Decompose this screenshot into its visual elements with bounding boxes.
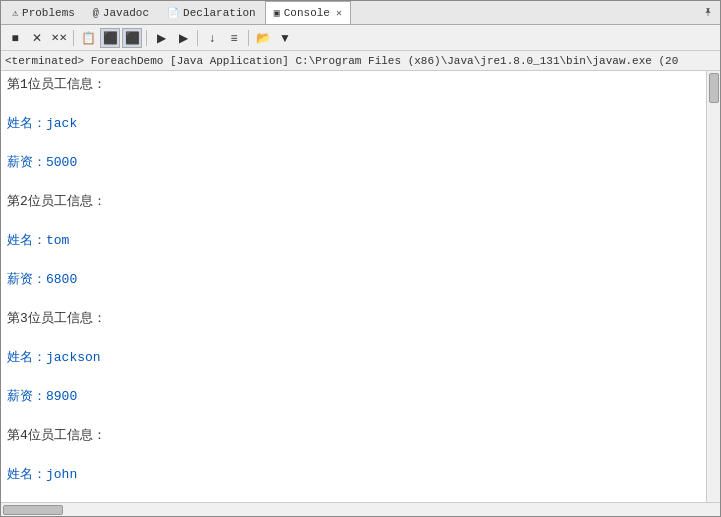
open-console-button[interactable]: 📂 — [253, 28, 273, 48]
console-line: 第1位员工信息： — [7, 75, 700, 95]
close-console-button[interactable]: ✕ — [27, 28, 47, 48]
tab-declaration-label: Declaration — [183, 7, 256, 19]
javadoc-icon: @ — [93, 8, 99, 19]
separator-4 — [248, 30, 249, 46]
tab-problems-label: Problems — [22, 7, 75, 19]
pin-button[interactable]: 🖈 — [697, 1, 720, 24]
console-output[interactable]: 第1位员工信息：姓名：jack薪资：5000第2位员工信息：姓名：tom薪资：6… — [1, 71, 706, 502]
separator-2 — [146, 30, 147, 46]
new-console-button[interactable]: ▼ — [275, 28, 295, 48]
separator-3 — [197, 30, 198, 46]
status-bar: <terminated> ForeachDemo [Java Applicati… — [1, 51, 720, 71]
word-wrap-button[interactable]: ≡ — [224, 28, 244, 48]
scroll-lock-button[interactable]: ↓ — [202, 28, 222, 48]
console-line: 薪资：8900 — [7, 387, 700, 407]
console-line: 姓名：john — [7, 465, 700, 485]
console-line: 薪资：5000 — [7, 153, 700, 173]
console-icon: ▣ — [274, 7, 280, 19]
stop-button[interactable]: ■ — [5, 28, 25, 48]
console-line: 薪资：6800 — [7, 270, 700, 290]
console-area: 第1位员工信息：姓名：jack薪资：5000第2位员工信息：姓名：tom薪资：6… — [1, 71, 720, 502]
h-scrollbar-thumb[interactable] — [3, 505, 63, 515]
tab-console-label: Console — [284, 7, 330, 19]
run2-button[interactable]: ▶ — [173, 28, 193, 48]
console-line: 第2位员工信息： — [7, 192, 700, 212]
remove-all-button[interactable]: ✕✕ — [49, 28, 69, 48]
problems-icon: ⚠ — [12, 7, 18, 19]
display2-button[interactable]: ⬛ — [122, 28, 142, 48]
declaration-icon: 📄 — [167, 7, 179, 19]
tab-javadoc[interactable]: @ Javadoc — [84, 1, 158, 24]
horizontal-scrollbar[interactable] — [1, 503, 720, 516]
console-line: 姓名：tom — [7, 231, 700, 251]
run-button[interactable]: ▶ — [151, 28, 171, 48]
tab-javadoc-label: Javadoc — [103, 7, 149, 19]
copy-button[interactable]: 📋 — [78, 28, 98, 48]
bottom-bar — [1, 502, 720, 516]
console-toolbar: ■ ✕ ✕✕ 📋 ⬛ ⬛ ▶ ▶ ↓ ≡ 📂 ▼ — [1, 25, 720, 51]
status-text: <terminated> ForeachDemo [Java Applicati… — [5, 55, 678, 67]
console-line: 姓名：jackson — [7, 348, 700, 368]
scrollbar-thumb[interactable] — [709, 73, 719, 103]
display-button[interactable]: ⬛ — [100, 28, 120, 48]
tab-console[interactable]: ▣ Console ✕ — [265, 1, 351, 24]
output-lines: 第1位员工信息：姓名：jack薪资：5000第2位员工信息：姓名：tom薪资：6… — [7, 75, 700, 502]
console-line: 第4位员工信息： — [7, 426, 700, 446]
tab-problems[interactable]: ⚠ Problems — [3, 1, 84, 24]
console-line: 第3位员工信息： — [7, 309, 700, 329]
vertical-scrollbar[interactable] — [706, 71, 720, 502]
console-close-icon[interactable]: ✕ — [336, 7, 342, 19]
eclipse-window: ⚠ Problems @ Javadoc 📄 Declaration ▣ Con… — [0, 0, 721, 517]
console-line: 姓名：jack — [7, 114, 700, 134]
tab-declaration[interactable]: 📄 Declaration — [158, 1, 265, 24]
tab-bar: ⚠ Problems @ Javadoc 📄 Declaration ▣ Con… — [1, 1, 720, 25]
separator-1 — [73, 30, 74, 46]
